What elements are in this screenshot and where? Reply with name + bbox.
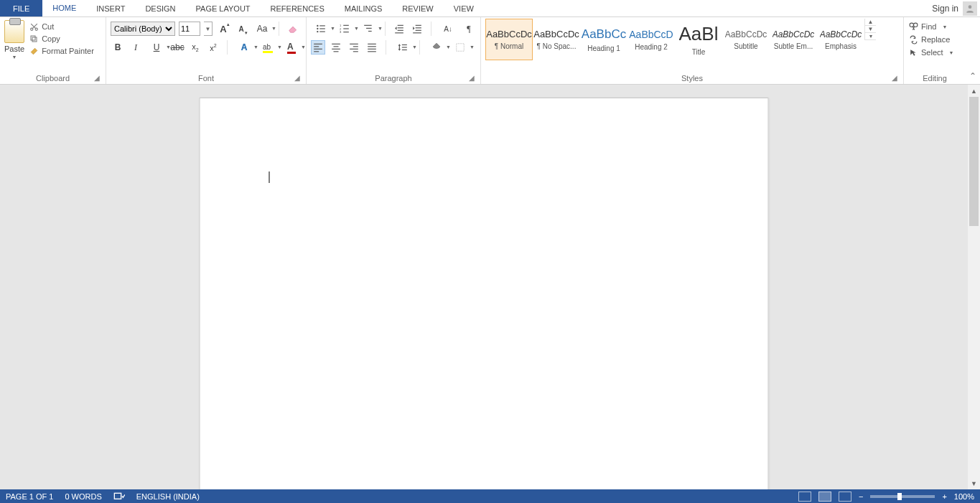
find-dropdown-icon[interactable]: ▼ bbox=[942, 24, 947, 29]
svg-rect-36 bbox=[350, 44, 358, 44]
print-layout-button[interactable] bbox=[818, 492, 831, 502]
language[interactable]: ENGLISH (INDIA) bbox=[136, 492, 200, 501]
status-bar: PAGE 1 OF 1 0 WORDS ENGLISH (INDIA) − + … bbox=[0, 489, 980, 503]
numbering-button[interactable]: 123▼ bbox=[335, 22, 355, 36]
scroll-track[interactable] bbox=[968, 97, 980, 477]
copy-button[interactable]: Copy bbox=[29, 34, 94, 44]
tab-view[interactable]: VIEW bbox=[444, 0, 484, 17]
tab-design[interactable]: DESIGN bbox=[135, 0, 185, 17]
style-tile-heading-2[interactable]: AaBbCcDHeading 2 bbox=[627, 19, 675, 60]
style-preview: AaBbCcDc bbox=[773, 29, 815, 39]
font-name-select[interactable]: Calibri (Body) bbox=[111, 22, 175, 36]
zoom-level[interactable]: 100% bbox=[954, 492, 974, 501]
scroll-up-button[interactable]: ▲ bbox=[968, 85, 980, 97]
paragraph-dialog-launcher[interactable]: ◢ bbox=[467, 74, 476, 83]
style-preview: AaBl bbox=[679, 23, 719, 45]
style-name: Heading 1 bbox=[582, 44, 625, 52]
svg-text:3: 3 bbox=[340, 30, 342, 34]
editing-group-label: Editing bbox=[923, 74, 947, 83]
tab-page-layout[interactable]: PAGE LAYOUT bbox=[186, 0, 261, 17]
shading-button[interactable]: ▼ bbox=[426, 40, 447, 55]
collapse-ribbon-button[interactable]: ⌃ bbox=[966, 17, 980, 84]
zoom-slider[interactable] bbox=[870, 495, 935, 498]
superscript-button[interactable]: x2 bbox=[206, 40, 220, 55]
group-styles: AaBbCcDc¶ NormalAaBbCcDc¶ No Spac...AaBb… bbox=[481, 17, 904, 84]
styles-scroll: ▲ ▼ ▾ bbox=[864, 19, 876, 40]
font-color-button[interactable]: A▼ bbox=[281, 40, 302, 55]
sort-button[interactable]: A↓ bbox=[438, 22, 458, 36]
cut-button[interactable]: Cut bbox=[29, 22, 94, 32]
style-tile---no-spac---[interactable]: AaBbCcDc¶ No Spac... bbox=[533, 19, 580, 60]
styles-scroll-down[interactable]: ▼ bbox=[865, 26, 876, 33]
select-button[interactable]: Select ▼ bbox=[908, 47, 954, 57]
vertical-scrollbar[interactable]: ▲ ▼ bbox=[968, 85, 980, 489]
multilevel-list-button[interactable]: ▼ bbox=[358, 22, 378, 36]
cut-label: Cut bbox=[42, 22, 54, 31]
styles-dialog-launcher[interactable]: ◢ bbox=[890, 74, 899, 83]
justify-button[interactable] bbox=[365, 40, 379, 55]
bold-button[interactable]: B bbox=[111, 40, 125, 55]
grow-font-button[interactable]: A▴ bbox=[216, 22, 230, 36]
decrease-indent-button[interactable] bbox=[392, 22, 406, 36]
page-count[interactable]: PAGE 1 OF 1 bbox=[6, 492, 53, 501]
clear-formatting-button[interactable] bbox=[286, 22, 300, 36]
scroll-down-button[interactable]: ▼ bbox=[968, 477, 980, 489]
align-center-button[interactable] bbox=[329, 40, 343, 55]
zoom-in-button[interactable]: + bbox=[942, 492, 946, 501]
paste-button[interactable]: Paste ▼ bbox=[4, 19, 24, 60]
paste-dropdown-icon[interactable]: ▼ bbox=[12, 55, 17, 60]
line-spacing-icon bbox=[398, 42, 408, 52]
align-left-button[interactable] bbox=[311, 40, 325, 55]
document-canvas[interactable] bbox=[0, 85, 968, 489]
tab-insert[interactable]: INSERT bbox=[86, 0, 135, 17]
find-button[interactable]: Find ▼ bbox=[908, 22, 954, 32]
style-tile-subtle-em---[interactable]: AaBbCcDcSubtle Em... bbox=[770, 19, 817, 60]
tab-home[interactable]: HOME bbox=[42, 0, 86, 17]
shrink-font-button[interactable]: A▾ bbox=[234, 22, 248, 36]
styles-more-button[interactable]: ▾ bbox=[865, 33, 876, 40]
spellcheck-icon[interactable] bbox=[113, 492, 125, 501]
clipboard-dialog-launcher[interactable]: ◢ bbox=[93, 74, 101, 83]
style-tile-title[interactable]: AaBlTitle bbox=[675, 19, 722, 60]
tab-mailings[interactable]: MAILINGS bbox=[335, 0, 393, 17]
style-tile-subtitle[interactable]: AaBbCcDcSubtitle bbox=[722, 19, 770, 60]
format-painter-button[interactable]: Format Painter bbox=[29, 46, 94, 56]
group-font: Calibri (Body) ▼ A▴ A▾ Aa▼ B I U▼ abc x2… bbox=[106, 17, 307, 84]
replace-button[interactable]: Replace bbox=[908, 34, 954, 44]
format-painter-icon bbox=[29, 46, 39, 56]
svg-point-5 bbox=[317, 25, 318, 27]
tab-file[interactable]: FILE bbox=[0, 0, 42, 17]
font-size-input[interactable] bbox=[179, 22, 200, 36]
styles-scroll-up[interactable]: ▲ bbox=[865, 19, 876, 26]
tab-references[interactable]: REFERENCES bbox=[261, 0, 335, 17]
read-mode-button[interactable] bbox=[798, 492, 811, 502]
style-tile-emphasis[interactable]: AaBbCcDcEmphasis bbox=[817, 19, 864, 60]
change-case-button[interactable]: Aa▼ bbox=[252, 22, 272, 36]
subscript-button[interactable]: x2 bbox=[188, 40, 202, 55]
align-right-button[interactable] bbox=[347, 40, 361, 55]
increase-indent-button[interactable] bbox=[410, 22, 424, 36]
zoom-slider-knob[interactable] bbox=[897, 493, 902, 500]
underline-button[interactable]: U▼ bbox=[146, 40, 167, 55]
style-tile-heading-1[interactable]: AaBbCcHeading 1 bbox=[580, 19, 627, 60]
word-count[interactable]: 0 WORDS bbox=[65, 492, 101, 501]
document-page[interactable] bbox=[200, 98, 769, 489]
select-dropdown-icon[interactable]: ▼ bbox=[949, 50, 954, 55]
line-spacing-button[interactable]: ▼ bbox=[393, 40, 413, 55]
font-dialog-launcher[interactable]: ◢ bbox=[293, 74, 302, 83]
italic-button[interactable]: I bbox=[129, 40, 143, 55]
tab-review[interactable]: REVIEW bbox=[392, 0, 443, 17]
zoom-out-button[interactable]: − bbox=[859, 492, 863, 501]
web-layout-button[interactable] bbox=[839, 492, 851, 502]
scroll-thumb[interactable] bbox=[969, 97, 979, 226]
show-marks-button[interactable]: ¶ bbox=[462, 22, 476, 36]
highlight-button[interactable]: ab▼ bbox=[258, 40, 278, 55]
strikethrough-button[interactable]: abc bbox=[170, 40, 185, 55]
svg-rect-6 bbox=[319, 25, 325, 26]
font-size-dropdown[interactable]: ▼ bbox=[204, 22, 213, 36]
style-tile---normal[interactable]: AaBbCcDc¶ Normal bbox=[485, 19, 533, 60]
bullets-button[interactable]: ▼ bbox=[311, 22, 331, 36]
borders-button[interactable]: ▼ bbox=[450, 40, 470, 55]
text-effects-button[interactable]: A▼ bbox=[234, 40, 254, 55]
sign-in[interactable]: Sign in bbox=[932, 0, 980, 17]
